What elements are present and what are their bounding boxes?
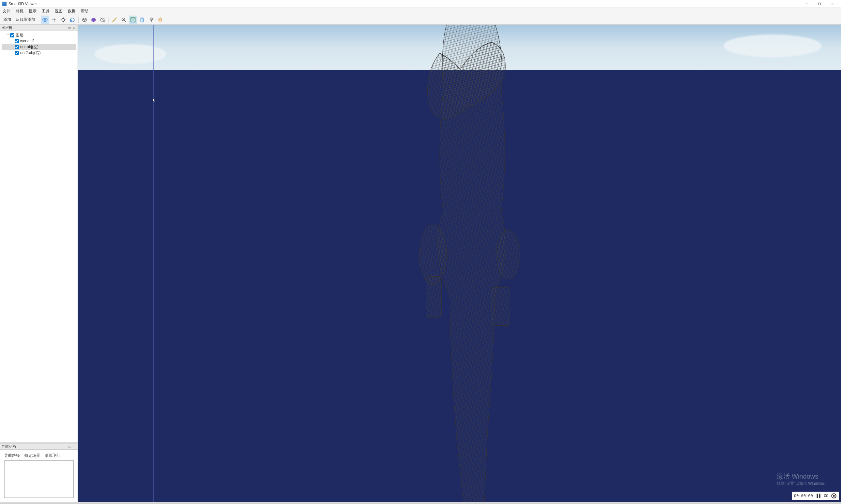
vertical-axis-line — [153, 25, 154, 502]
tree-item[interactable]: out2.obj(右) — [2, 50, 76, 56]
ruler-icon[interactable] — [110, 16, 119, 24]
recorder-time: 00:00:00 — [794, 493, 813, 498]
tree-item-checkbox[interactable] — [15, 51, 19, 55]
toolbar-add[interactable]: 添加 — [1, 17, 13, 22]
cube-solid-icon[interactable] — [89, 16, 98, 24]
menu-display[interactable]: 显示 — [26, 8, 39, 15]
windows-activation-watermark: 激活 Windows 转到"设置"以激活 Windows。 — [777, 472, 828, 486]
mesh-wireframe — [399, 25, 535, 502]
svg-rect-12 — [819, 493, 820, 498]
hand-icon[interactable] — [156, 16, 165, 24]
window-titlebar: Smart3D Viewer — [0, 0, 841, 8]
panel-close-icon[interactable]: × — [72, 26, 76, 30]
layers-panel-title: 图层树 — [2, 25, 67, 30]
document-icon[interactable] — [138, 16, 147, 24]
menu-file[interactable]: 文件 — [0, 8, 13, 15]
tree-item-label: out2.obj(右) — [20, 50, 41, 56]
eye-icon[interactable] — [41, 16, 49, 24]
fit-view-icon[interactable] — [129, 16, 137, 24]
tree-item[interactable]: out.obj(左) — [2, 44, 76, 50]
pause-icon[interactable] — [816, 493, 821, 499]
svg-rect-0 — [819, 3, 821, 5]
refresh-icon[interactable] — [68, 16, 76, 24]
tree-item-label: out.obj(左) — [20, 44, 38, 50]
cursor-icon — [153, 98, 156, 103]
menu-view[interactable]: 视图 — [52, 8, 65, 15]
nav-list[interactable] — [4, 461, 74, 498]
svg-point-8 — [496, 230, 520, 280]
zoom-in-icon[interactable] — [120, 16, 128, 24]
menu-help[interactable]: 帮助 — [78, 8, 91, 15]
menu-bar: 文件 相机 显示 工具 视图 数据 帮助 — [0, 8, 841, 15]
toolbar: 添加 从目录添加 — [0, 15, 841, 25]
menu-data[interactable]: 数据 — [65, 8, 78, 15]
separator — [39, 17, 39, 23]
panel-close-icon[interactable]: × — [72, 445, 76, 449]
watermark-line2: 转到"设置"以激活 Windows。 — [777, 481, 828, 486]
watermark-line1: 激活 Windows — [777, 472, 828, 481]
tree-item[interactable]: world.tif — [2, 38, 76, 44]
recorder-fps: 00 — [824, 493, 828, 498]
svg-point-14 — [833, 495, 835, 497]
close-button[interactable] — [826, 0, 839, 7]
tree-root-checkbox[interactable] — [10, 33, 14, 37]
nav-tab-path[interactable]: 导航路径 — [4, 453, 20, 458]
layers-panel-header: 图层树 ▭ × — [0, 25, 78, 31]
nav-tabs: 导航路径 特定场景 沿线飞行 — [2, 451, 76, 459]
tree-root-label: 图层 — [16, 33, 23, 38]
menu-camera[interactable]: 相机 — [13, 8, 26, 15]
svg-point-1 — [44, 19, 46, 20]
nav-tab-scene[interactable]: 特定场景 — [24, 453, 40, 458]
layer-tree[interactable]: ﹀ 图层 world.tif out.obj(左) out2.obj — [0, 31, 78, 443]
tree-item-checkbox[interactable] — [15, 39, 19, 43]
navigation-panel: 导航动画 ▭ × 导航路径 特定场景 沿线飞行 — [0, 444, 78, 502]
svg-rect-9 — [491, 287, 510, 326]
maximize-button[interactable] — [813, 0, 826, 7]
record-icon[interactable] — [831, 493, 837, 499]
svg-rect-10 — [426, 276, 441, 318]
cube-wire-icon[interactable] — [80, 16, 89, 24]
viewport-3d[interactable]: 激活 Windows 转到"设置"以激活 Windows。 00:00:00 0… — [78, 25, 841, 502]
separator — [108, 17, 109, 23]
svg-rect-11 — [817, 493, 818, 498]
nav-tab-flyline[interactable]: 沿线飞行 — [45, 453, 60, 458]
layers-panel: 图层树 ▭ × ﹀ 图层 world.tif — [0, 25, 78, 443]
app-icon — [2, 2, 6, 6]
navigation-panel-header: 导航动画 ▭ × — [0, 444, 78, 450]
svg-point-2 — [62, 18, 65, 21]
tree-item-label: world.tif — [20, 39, 34, 43]
window-title: Smart3D Viewer — [8, 2, 800, 6]
menu-tools[interactable]: 工具 — [39, 8, 52, 15]
tree-root[interactable]: ﹀ 图层 — [2, 32, 76, 38]
toolbar-add-from-dir[interactable]: 从目录添加 — [14, 17, 37, 22]
svg-point-6 — [151, 19, 152, 20]
tree-item-checkbox[interactable] — [15, 45, 19, 49]
hide-icon[interactable] — [99, 16, 107, 24]
chevron-down-icon[interactable]: ﹀ — [6, 33, 10, 37]
svg-point-7 — [419, 224, 447, 285]
screen-recorder-overlay[interactable]: 00:00:00 00 — [792, 492, 839, 500]
target-icon[interactable] — [59, 16, 67, 24]
separator — [78, 17, 79, 23]
status-bar — [0, 502, 841, 504]
minimize-button[interactable] — [800, 0, 813, 7]
panel-float-icon[interactable]: ▭ — [67, 26, 72, 30]
sidebar: 图层树 ▭ × ﹀ 图层 world.tif — [0, 25, 78, 502]
plus-icon[interactable] — [50, 16, 58, 24]
navigation-panel-title: 导航动画 — [2, 444, 67, 449]
panel-float-icon[interactable]: ▭ — [67, 445, 72, 449]
pin-icon[interactable] — [147, 16, 155, 24]
